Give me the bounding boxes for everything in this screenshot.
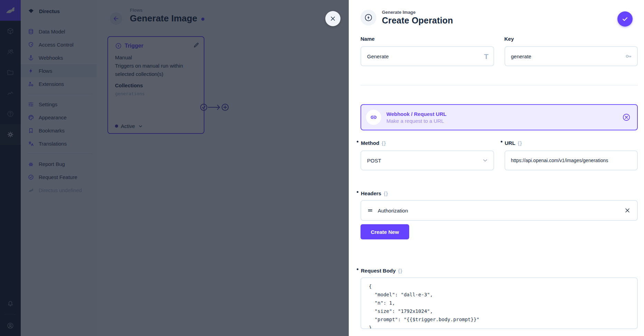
drawer-context: Generate Image — [382, 10, 453, 15]
required-dot — [501, 141, 502, 142]
name-label: Name — [361, 36, 375, 42]
required-dot — [357, 268, 358, 270]
drag-handle-icon[interactable] — [367, 207, 374, 214]
bolt-circle-icon — [361, 10, 376, 26]
key-icon — [625, 52, 632, 60]
braces-icon — [398, 268, 403, 274]
operation-type-banner[interactable]: Webhook / Request URL Make a request to … — [361, 104, 638, 130]
section-divider — [361, 85, 638, 86]
name-field-group: Name — [361, 36, 494, 66]
drawer-close-button[interactable] — [325, 11, 340, 26]
name-input-wrap — [361, 46, 494, 66]
headers-label: Headers — [361, 190, 381, 196]
url-label: URL — [505, 140, 516, 146]
braces-icon — [384, 191, 388, 196]
request-body-label: Request Body — [361, 268, 396, 274]
key-label: Key — [504, 36, 514, 42]
url-input[interactable] — [505, 151, 637, 170]
request-body-label-row: Request Body — [361, 268, 403, 275]
create-new-button[interactable]: Create New — [361, 224, 409, 239]
braces-icon — [518, 140, 522, 146]
remove-header-icon[interactable] — [624, 207, 631, 214]
url-input-wrap — [504, 150, 638, 170]
deselect-icon[interactable] — [622, 113, 631, 122]
method-value: POST — [361, 158, 381, 164]
check-icon — [621, 15, 629, 23]
request-body-editor[interactable]: { "model": "dall-e-3", "n": 1, "size": "… — [361, 277, 638, 329]
method-select[interactable]: POST — [361, 150, 494, 170]
directus-app: Directus Data Model Access Control Webho… — [0, 0, 644, 336]
drawer-title: Create Operation — [382, 16, 453, 26]
name-key-row: Name Key — [361, 36, 638, 66]
headers-label-row: Headers — [361, 190, 388, 197]
method-url-row: Method POST URL — [361, 140, 638, 170]
link-icon — [366, 110, 381, 125]
key-input[interactable] — [505, 47, 637, 66]
create-operation-drawer: Generate Image Create Operation Name Key — [349, 0, 644, 336]
key-input-wrap — [504, 46, 638, 66]
required-dot — [357, 141, 358, 142]
url-field-group: URL — [504, 140, 638, 170]
header-row-authorization[interactable]: Authorization — [361, 200, 638, 221]
key-field-group: Key — [504, 36, 638, 66]
method-field-group: Method POST — [361, 140, 494, 170]
save-button[interactable] — [617, 11, 633, 27]
header-key: Authorization — [378, 208, 408, 214]
banner-title: Webhook / Request URL — [386, 111, 446, 117]
title-format-icon — [484, 53, 489, 60]
method-label: Method — [361, 140, 379, 146]
required-dot — [357, 191, 358, 193]
name-input[interactable] — [361, 47, 493, 66]
drawer-header: Generate Image Create Operation — [361, 10, 453, 26]
braces-icon — [382, 140, 386, 146]
request-body-code: { "model": "dall-e-3", "n": 1, "size": "… — [369, 282, 629, 329]
banner-subtitle: Make a request to a URL — [386, 118, 446, 124]
close-icon — [329, 15, 336, 22]
chevron-down-icon — [482, 157, 489, 164]
